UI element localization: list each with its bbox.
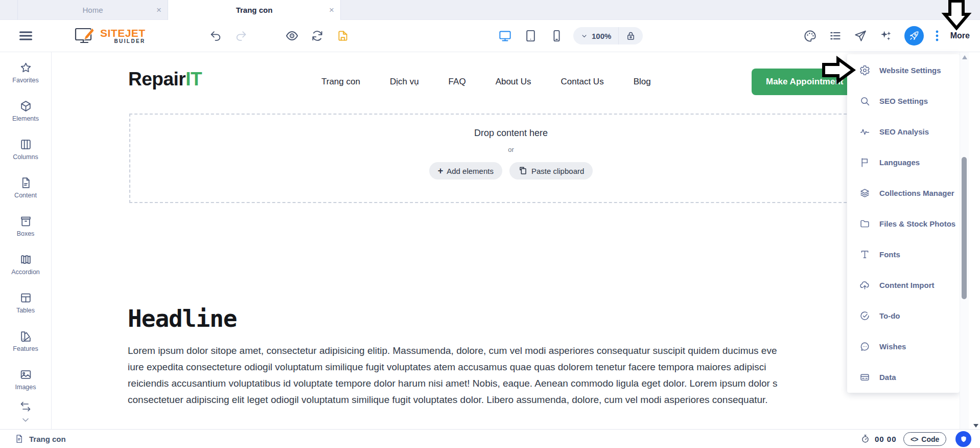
sidebar-item-favorites[interactable]: Favorites — [0, 53, 51, 92]
menu-item-label: To-do — [879, 311, 900, 320]
list-icon[interactable] — [829, 29, 842, 42]
lock-icon — [625, 31, 636, 41]
sidebar-item-features[interactable]: Features — [0, 322, 51, 360]
sidebar-item-elements[interactable]: Elements — [0, 92, 51, 130]
file-icon — [19, 176, 32, 189]
menu-item-collections-manager[interactable]: Collections Manager — [847, 177, 960, 208]
save-icon[interactable] — [336, 29, 349, 42]
menu-item-data[interactable]: Data — [847, 362, 960, 392]
drop-content-zone[interactable]: Drop content here or + Add elements Past… — [129, 114, 893, 203]
cloud-upload-icon — [859, 280, 870, 290]
rocket-icon — [908, 30, 920, 41]
menu-item-wishes[interactable]: Wishes — [847, 331, 960, 362]
scrollbar-thumb[interactable] — [962, 157, 967, 299]
sidebar-item-label: Favorites — [12, 77, 38, 84]
columns-icon — [19, 138, 32, 151]
kebab-menu-icon[interactable] — [936, 30, 939, 41]
menu-item-label: Wishes — [879, 342, 906, 351]
tab-trang-con-label: Trang con — [236, 6, 273, 14]
code-button[interactable]: <> Code — [903, 432, 946, 446]
nav-link-faq[interactable]: FAQ — [449, 77, 466, 87]
body-text-line: iure expedita consecteture odiogil volup… — [128, 359, 955, 375]
scroll-up-arrow-icon[interactable] — [962, 55, 967, 59]
swap-icon[interactable] — [19, 400, 32, 413]
shield-button[interactable] — [955, 431, 971, 447]
chevron-down-icon[interactable] — [20, 414, 31, 425]
activity-icon — [859, 126, 870, 137]
zoom-dropdown[interactable]: 100% — [573, 32, 618, 40]
box-icon — [19, 215, 32, 228]
launch-button[interactable] — [904, 26, 924, 46]
send-icon[interactable] — [854, 29, 867, 42]
dropzone-separator: or — [508, 146, 514, 153]
sidebar-item-label: Content — [14, 192, 37, 199]
preview-eye-icon[interactable] — [285, 29, 299, 43]
more-button[interactable]: More — [950, 31, 970, 40]
flag-icon — [859, 157, 870, 168]
redo-icon[interactable] — [235, 30, 247, 42]
add-elements-button[interactable]: + Add elements — [429, 162, 502, 180]
menu-item-label: Files & Stock Photos — [879, 219, 955, 228]
accordion-icon — [19, 253, 32, 266]
scroll-down-arrow-icon[interactable] — [973, 424, 978, 428]
code-button-label: Code — [921, 435, 939, 443]
sidebar-item-content[interactable]: Content — [0, 168, 51, 207]
sidebar-item-boxes[interactable]: Boxes — [0, 207, 51, 245]
dropzone-title: Drop content here — [474, 128, 548, 139]
gear-icon — [859, 65, 870, 76]
menu-item-label: SEO Settings — [879, 97, 928, 105]
hamburger-menu-icon[interactable] — [19, 30, 32, 42]
status-bar: Trang con 00 00 <> Code — [0, 429, 980, 448]
zoom-lock-button[interactable] — [619, 31, 643, 41]
menu-item-to-do[interactable]: To-do — [847, 300, 960, 331]
sidebar-item-tables[interactable]: Tables — [0, 283, 51, 322]
menu-item-content-import[interactable]: Content Import — [847, 270, 960, 300]
menu-item-label: Fonts — [879, 250, 900, 259]
menu-item-website-settings[interactable]: Website Settings — [847, 55, 960, 85]
palette-icon[interactable] — [803, 29, 817, 43]
menu-item-languages[interactable]: Languages — [847, 147, 960, 177]
nav-link-about-us[interactable]: About Us — [496, 77, 531, 87]
sidebar-item-label: Columns — [13, 153, 38, 161]
table-icon — [19, 292, 32, 304]
tab-trang-con[interactable]: Trang con × — [168, 0, 341, 20]
paste-clipboard-label: Paste clipboard — [531, 167, 584, 175]
site-headline: Headline — [128, 305, 237, 332]
sidebar-item-columns[interactable]: Columns — [0, 130, 51, 168]
tab-home-label: Home — [82, 6, 103, 14]
sidebar-item-label: Accordion — [11, 268, 40, 276]
sidebar-item-images[interactable]: Images — [0, 360, 51, 398]
menu-item-label: Collections Manager — [879, 189, 954, 197]
close-icon[interactable]: × — [156, 5, 161, 15]
elements-sidebar: Favorites Elements Columns Content Boxes… — [0, 52, 52, 429]
nav-link-dich-vu[interactable]: Dịch vụ — [390, 77, 419, 87]
monitor-pencil-icon — [74, 27, 96, 45]
site-navigation: Trang con Dịch vụ FAQ About Us Contact U… — [321, 77, 651, 87]
current-page-selector[interactable]: Trang con — [14, 434, 66, 444]
vertical-scrollbar[interactable] — [960, 52, 969, 429]
sidebar-item-accordion[interactable]: Accordion — [0, 245, 51, 283]
nav-link-blog[interactable]: Blog — [634, 77, 651, 87]
paste-clipboard-button[interactable]: Paste clipboard — [509, 162, 593, 180]
page-tab-bar: Home × Trang con × — [0, 0, 980, 20]
star-icon — [19, 61, 32, 74]
desktop-view-icon[interactable] — [498, 29, 512, 43]
menu-item-seo-analysis[interactable]: SEO Analysis — [847, 116, 960, 147]
sparkles-icon[interactable] — [879, 29, 893, 43]
menu-item-fonts[interactable]: Fonts — [847, 239, 960, 270]
close-icon[interactable]: × — [329, 5, 334, 15]
mobile-view-icon[interactable] — [550, 29, 564, 43]
menu-item-seo-settings[interactable]: SEO Settings — [847, 85, 960, 116]
tablet-view-icon[interactable] — [524, 29, 538, 43]
refresh-icon[interactable] — [311, 29, 324, 42]
undo-icon[interactable] — [209, 30, 222, 42]
nav-link-trang-con[interactable]: Trang con — [321, 77, 360, 87]
menu-item-files-stock-photos[interactable]: Files & Stock Photos — [847, 208, 960, 239]
website-canvas: RepairIT Trang con Dịch vụ FAQ About Us … — [52, 52, 980, 429]
chevron-down-icon — [580, 32, 588, 40]
paste-icon — [518, 166, 528, 176]
site-body-text: Lorem ipsum dolor sitope amet, consectet… — [128, 343, 955, 408]
nav-link-contact-us[interactable]: Contact Us — [561, 77, 604, 87]
site-logo-green: IT — [185, 69, 202, 89]
tab-home[interactable]: Home × — [17, 0, 168, 20]
